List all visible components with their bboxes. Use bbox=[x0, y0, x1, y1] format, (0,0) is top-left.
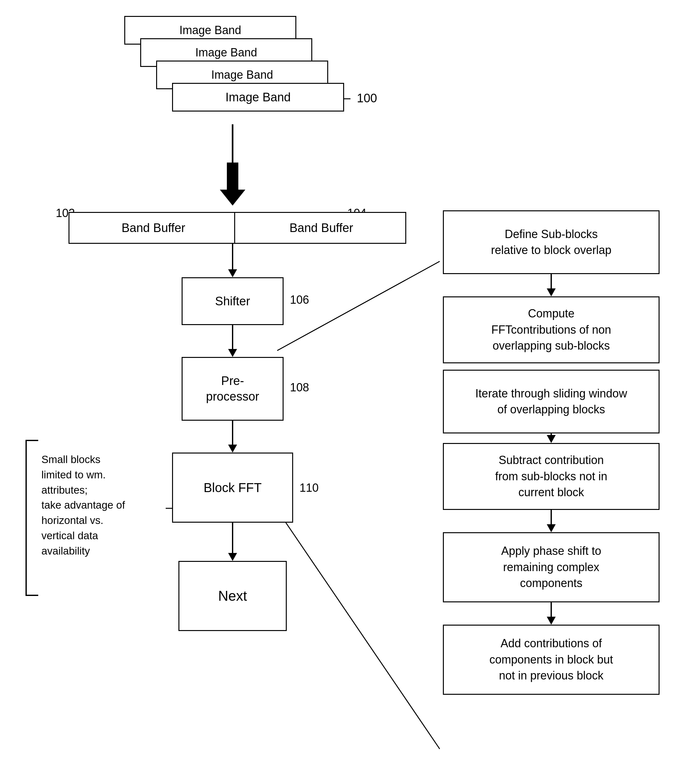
right-box-subtract: Subtract contribution from sub-blocks no… bbox=[443, 443, 660, 510]
svg-marker-22 bbox=[547, 435, 556, 443]
image-band-4: Image Band bbox=[172, 83, 344, 112]
ref-100: 100 bbox=[357, 91, 377, 105]
diagram: Image Band Image Band Image Band Image B… bbox=[0, 0, 693, 784]
band-buffers: Band Buffer Band Buffer bbox=[69, 212, 406, 244]
svg-marker-5 bbox=[220, 189, 245, 206]
ref-106: 106 bbox=[290, 293, 309, 306]
right-box-add-contributions: Add contributions of components in block… bbox=[443, 625, 660, 695]
svg-marker-8 bbox=[228, 269, 237, 277]
ref-110: 110 bbox=[300, 481, 319, 495]
block-fft-box: Block FFT bbox=[172, 453, 293, 523]
side-bracket bbox=[25, 440, 38, 596]
band-buffer-1-label: Band Buffer bbox=[122, 221, 185, 235]
preprocessor-box: Pre- processor bbox=[182, 357, 283, 421]
svg-marker-24 bbox=[547, 524, 556, 532]
right-box-compute-fft: Compute FFTcontributions of non overlapp… bbox=[443, 296, 660, 363]
shifter-box: Shifter bbox=[182, 277, 283, 325]
svg-marker-26 bbox=[547, 617, 556, 625]
right-box-define-subblocks: Define Sub-blocks relative to block over… bbox=[443, 210, 660, 274]
side-note: Small blocks limited to wm. attributes; … bbox=[41, 436, 163, 559]
band-buffer-2-label: Band Buffer bbox=[289, 221, 353, 235]
right-box-phase-shift: Apply phase shift to remaining complex c… bbox=[443, 532, 660, 602]
next-box: Next bbox=[178, 561, 287, 631]
right-box-iterate: Iterate through sliding window of overla… bbox=[443, 370, 660, 433]
svg-marker-14 bbox=[228, 553, 237, 561]
svg-line-16 bbox=[277, 510, 440, 749]
svg-marker-10 bbox=[228, 349, 237, 357]
ref-108: 108 bbox=[290, 381, 309, 394]
svg-marker-18 bbox=[547, 288, 556, 296]
svg-marker-12 bbox=[228, 445, 237, 453]
